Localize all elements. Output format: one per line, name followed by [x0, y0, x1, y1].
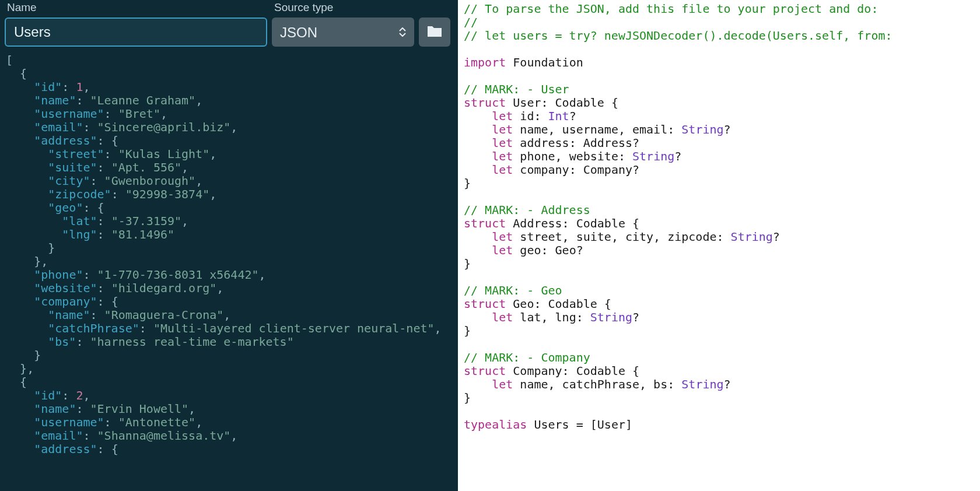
- folder-icon: [426, 25, 443, 40]
- source-type-label: Source type: [272, 1, 414, 14]
- source-field-group: Source type JSON: [272, 1, 414, 47]
- name-label: Name: [5, 1, 267, 14]
- name-field-group: Name: [5, 1, 267, 47]
- open-folder-button[interactable]: [419, 17, 450, 47]
- toolbar: Name Source type JSON: [0, 0, 458, 51]
- name-input[interactable]: [5, 17, 267, 47]
- left-panel: Name Source type JSON [ { "id": 1, "name…: [0, 0, 458, 491]
- source-type-select[interactable]: JSON: [272, 17, 414, 47]
- json-source-editor[interactable]: [ { "id": 1, "name": "Leanne Graham", "u…: [0, 51, 458, 491]
- swift-output-editor[interactable]: // To parse the JSON, add this file to y…: [458, 0, 980, 491]
- source-select-wrap: JSON: [272, 17, 414, 47]
